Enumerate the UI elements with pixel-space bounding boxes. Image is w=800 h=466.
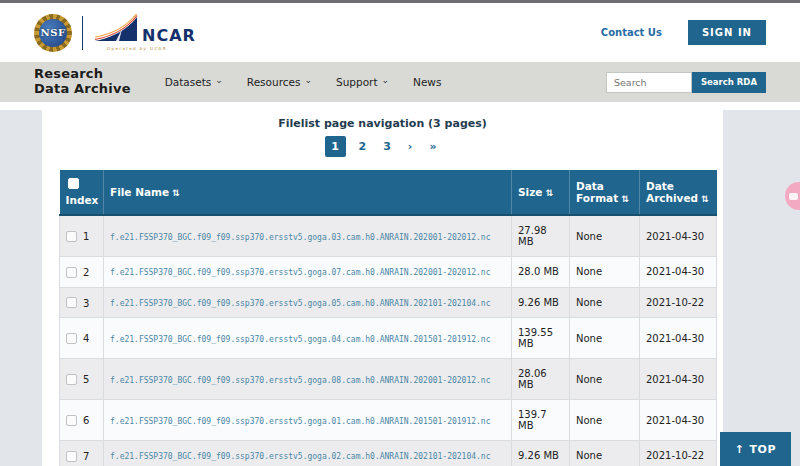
page-link-2[interactable]: 2 bbox=[355, 138, 371, 155]
row-size: 139.7 MB bbox=[518, 409, 547, 431]
file-name-cell: f.e21.FSSP370_BGC.f09_f09.ssp370.ersstv5… bbox=[104, 400, 512, 441]
row-checkbox[interactable] bbox=[66, 451, 77, 462]
nav-item-label: Support bbox=[336, 76, 378, 88]
row-checkbox[interactable] bbox=[66, 267, 77, 278]
row-index: 5 bbox=[83, 374, 89, 385]
column-header-index[interactable]: Index bbox=[60, 170, 104, 215]
chat-bubble-icon bbox=[789, 193, 798, 200]
row-date-archived: 2021-04-30 bbox=[646, 333, 704, 344]
data-format-cell: None bbox=[570, 400, 640, 441]
file-name-link[interactable]: f.e21.FSSP370_BGC.f09_f09.ssp370.ersstv5… bbox=[110, 233, 491, 242]
data-format-cell: None bbox=[570, 359, 640, 400]
file-name-link[interactable]: f.e21.FSSP370_BGC.f09_f09.ssp370.ersstv5… bbox=[110, 299, 491, 308]
row-index: 3 bbox=[83, 297, 89, 308]
row-date-archived: 2021-04-30 bbox=[646, 415, 704, 426]
file-name-link[interactable]: f.e21.FSSP370_BGC.f09_f09.ssp370.ersstv5… bbox=[110, 417, 491, 426]
page-next-link[interactable]: › bbox=[404, 138, 417, 155]
column-header-date-archived[interactable]: Date Archived⇅ bbox=[640, 170, 717, 215]
site-title-line2: Data Archive bbox=[34, 82, 131, 97]
table-row: 1 f.e21.FSSP370_BGC.f09_f09.ssp370.ersst… bbox=[60, 215, 717, 257]
row-data-format: None bbox=[576, 333, 602, 344]
row-date-archived: 2021-10-22 bbox=[646, 297, 704, 308]
ncar-swoosh-icon bbox=[93, 14, 139, 44]
row-date-archived: 2021-10-22 bbox=[646, 450, 704, 461]
filelist-pagination-title: Filelist page navigation (3 pages) bbox=[42, 117, 723, 130]
size-cell: 9.26 MB bbox=[512, 441, 570, 466]
select-all-checkbox[interactable] bbox=[68, 178, 79, 189]
size-cell: 28.0 MB bbox=[512, 257, 570, 288]
data-format-cell: None bbox=[570, 318, 640, 359]
nav-item-resources[interactable]: Resources ⌄ bbox=[247, 76, 312, 88]
data-format-cell: None bbox=[570, 215, 640, 257]
row-data-format: None bbox=[576, 297, 602, 308]
index-cell: 6 bbox=[60, 400, 104, 441]
row-checkbox[interactable] bbox=[66, 333, 77, 344]
date-archived-cell: 2021-04-30 bbox=[640, 359, 717, 400]
file-name-link[interactable]: f.e21.FSSP370_BGC.f09_f09.ssp370.ersstv5… bbox=[110, 376, 491, 385]
row-checkbox[interactable] bbox=[66, 415, 77, 426]
sort-icon: ⇅ bbox=[545, 188, 553, 198]
nav-item-label: Resources bbox=[247, 76, 301, 88]
date-archived-cell: 2021-04-30 bbox=[640, 318, 717, 359]
row-index: 1 bbox=[83, 231, 89, 242]
nav-item-support[interactable]: Support ⌄ bbox=[336, 76, 389, 88]
page-last-link[interactable]: » bbox=[425, 138, 440, 155]
row-checkbox[interactable] bbox=[66, 374, 77, 385]
ncar-logo[interactable]: NCAR Operated by UCAR bbox=[93, 14, 196, 51]
contact-us-link[interactable]: Contact Us bbox=[601, 27, 662, 38]
index-cell: 2 bbox=[60, 257, 104, 288]
filelist-table: Index File Name⇅ Size⇅ Data Format⇅ Date… bbox=[59, 170, 717, 466]
file-name-cell: f.e21.FSSP370_BGC.f09_f09.ssp370.ersstv5… bbox=[104, 257, 512, 288]
nav-item-label: News bbox=[413, 76, 441, 88]
column-label: Size bbox=[518, 186, 542, 198]
row-index: 4 bbox=[83, 333, 89, 344]
column-label: Date Archived bbox=[646, 180, 698, 204]
page-link-3[interactable]: 3 bbox=[379, 138, 395, 155]
size-cell: 28.06 MB bbox=[512, 359, 570, 400]
file-name-cell: f.e21.FSSP370_BGC.f09_f09.ssp370.ersstv5… bbox=[104, 318, 512, 359]
nav-item-datasets[interactable]: Datasets ⌄ bbox=[165, 76, 223, 88]
sort-icon: ⇅ bbox=[621, 194, 629, 204]
file-name-link[interactable]: f.e21.FSSP370_BGC.f09_f09.ssp370.ersstv5… bbox=[110, 452, 491, 461]
main-navbar: Research Data Archive Datasets ⌄ Resourc… bbox=[0, 62, 800, 102]
index-cell: 7 bbox=[60, 441, 104, 466]
data-format-cell: None bbox=[570, 287, 640, 318]
column-header-size[interactable]: Size⇅ bbox=[512, 170, 570, 215]
row-index: 2 bbox=[83, 267, 89, 278]
file-name-cell: f.e21.FSSP370_BGC.f09_f09.ssp370.ersstv5… bbox=[104, 287, 512, 318]
row-data-format: None bbox=[576, 266, 602, 277]
table-header-row: Index File Name⇅ Size⇅ Data Format⇅ Date… bbox=[60, 170, 717, 215]
page-background: Filelist page navigation (3 pages) 1 2 3… bbox=[0, 110, 800, 466]
search-rda-button[interactable]: Search RDA bbox=[692, 72, 766, 93]
row-checkbox[interactable] bbox=[66, 231, 77, 242]
row-size: 27.98 MB bbox=[518, 225, 547, 247]
site-title-line1: Research bbox=[34, 67, 131, 82]
nav-item-news[interactable]: News bbox=[413, 76, 441, 88]
search-input[interactable] bbox=[606, 72, 692, 93]
nav-item-label: Datasets bbox=[165, 76, 212, 88]
ncar-logo-text: NCAR bbox=[142, 28, 196, 44]
site-title[interactable]: Research Data Archive bbox=[34, 67, 131, 97]
chevron-down-icon: ⌄ bbox=[382, 76, 390, 85]
table-row: 2 f.e21.FSSP370_BGC.f09_f09.ssp370.ersst… bbox=[60, 257, 717, 288]
row-index: 6 bbox=[83, 415, 89, 426]
sign-in-button[interactable]: SIGN IN bbox=[688, 20, 766, 45]
row-date-archived: 2021-04-30 bbox=[646, 374, 704, 385]
column-label: File Name bbox=[110, 186, 169, 198]
column-label: Data Format bbox=[576, 180, 618, 204]
data-format-cell: None bbox=[570, 257, 640, 288]
page-link-1[interactable]: 1 bbox=[325, 136, 346, 157]
size-cell: 9.26 MB bbox=[512, 287, 570, 318]
ncar-logo-subtext: Operated by UCAR bbox=[107, 46, 196, 51]
index-cell: 4 bbox=[60, 318, 104, 359]
column-header-file-name[interactable]: File Name⇅ bbox=[104, 170, 512, 215]
table-body: 1 f.e21.FSSP370_BGC.f09_f09.ssp370.ersst… bbox=[60, 215, 717, 466]
column-header-data-format[interactable]: Data Format⇅ bbox=[570, 170, 640, 215]
row-checkbox[interactable] bbox=[66, 297, 77, 308]
table-row: 7 f.e21.FSSP370_BGC.f09_f09.ssp370.ersst… bbox=[60, 441, 717, 466]
file-name-link[interactable]: f.e21.FSSP370_BGC.f09_f09.ssp370.ersstv5… bbox=[110, 268, 491, 277]
file-name-link[interactable]: f.e21.FSSP370_BGC.f09_f09.ssp370.ersstv5… bbox=[110, 335, 491, 344]
nsf-logo[interactable]: NSF bbox=[34, 14, 72, 52]
back-to-top-button[interactable]: ↑ TOP bbox=[720, 432, 791, 466]
table-row: 6 f.e21.FSSP370_BGC.f09_f09.ssp370.ersst… bbox=[60, 400, 717, 441]
